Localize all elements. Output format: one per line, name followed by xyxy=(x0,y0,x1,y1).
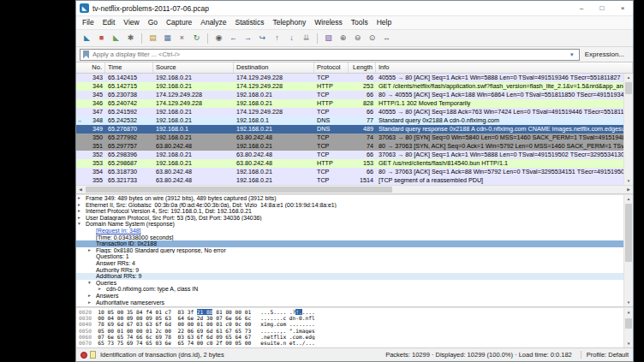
packet-row-344[interactable]: 34465.142715192.168.0.21174.129.249.228H… xyxy=(76,82,633,91)
restart-capture-icon[interactable]: ◣ xyxy=(110,32,122,45)
scroll-up-icon[interactable]: ▲ xyxy=(624,308,633,316)
zoom-100-icon[interactable]: ⊙ xyxy=(366,32,379,45)
go-to-packet-icon[interactable]: ↪ xyxy=(256,32,269,45)
reload-icon[interactable]: ↻ xyxy=(190,32,203,45)
start-capture-icon[interactable]: ◣ xyxy=(80,32,93,45)
vscroll-thumb[interactable] xyxy=(625,318,632,329)
packet-list-vscrollbar[interactable]: ▲▼ xyxy=(623,74,633,185)
colorize-icon[interactable]: ▨ xyxy=(322,32,335,45)
detail-row[interactable]: Answer RRs: 4 xyxy=(76,260,633,267)
scroll-up-icon[interactable]: ▲ xyxy=(624,195,633,203)
collapse-icon[interactable]: ▾ xyxy=(88,280,96,287)
packet-row-352[interactable]: 35265.298396192.168.0.2163.80.242.48TCP6… xyxy=(76,151,633,159)
detail-row[interactable]: Authority RRs: 9 xyxy=(76,267,633,274)
menu-item-tools[interactable]: Tools xyxy=(347,16,373,29)
detail-row[interactable]: ▸Flags: 0x8180 Standard query response, … xyxy=(76,247,633,254)
detail-row[interactable]: ▸Internet Protocol Version 4, Src: 192.1… xyxy=(76,208,633,215)
detail-row[interactable]: ▸Ethernet II, Src: Globalsc_00:3b:0a (f0… xyxy=(76,202,633,209)
scroll-left-icon[interactable]: ◀ xyxy=(76,186,85,193)
scroll-down-icon[interactable]: ▼ xyxy=(624,340,633,347)
column-header-time[interactable]: Time xyxy=(105,62,153,73)
hex-row-0070[interactable]: 0070 65 73 75 69 74 65 03 6e 65 74 00 c0… xyxy=(79,340,633,346)
hex-row-0040[interactable]: 0040 78 69 6d 67 03 63 6f 6d 00 00 01 00… xyxy=(79,321,633,327)
detail-row[interactable]: Transaction ID: 0x2188 xyxy=(76,240,633,247)
auto-scroll-icon[interactable]: ⇊ xyxy=(300,32,313,45)
stop-capture-icon[interactable]: ■ xyxy=(95,32,108,45)
filter-bookmark-icon[interactable] xyxy=(83,50,89,59)
close-file-icon[interactable]: × xyxy=(176,32,188,45)
column-header-info[interactable]: Info xyxy=(376,62,633,73)
maximize-button[interactable]: □ xyxy=(592,1,612,15)
packet-row-348[interactable]: →34865.242532192.168.0.21192.168.0.1DNS7… xyxy=(76,116,633,125)
resize-columns-icon[interactable]: ↔ xyxy=(380,32,393,45)
scroll-down-icon[interactable]: ▼ xyxy=(624,299,633,306)
hex-row-0030[interactable]: 0030 00 04 00 09 00 09 05 63 64 6e 2d 30… xyxy=(79,315,633,321)
expand-icon[interactable]: ▸ xyxy=(78,195,86,202)
expand-icon[interactable]: ▸ xyxy=(98,286,106,293)
column-header-no[interactable]: No. xyxy=(76,62,105,73)
display-filter-box[interactable]: ▼ xyxy=(80,49,580,61)
hex-row-0050[interactable]: 0050 05 00 01 00 00 01 2c 00 22 06 69 6d… xyxy=(79,328,633,334)
scroll-right-icon[interactable]: ▶ xyxy=(624,186,633,193)
close-button[interactable]: × xyxy=(612,1,633,15)
zoom-out-icon[interactable]: ⊖ xyxy=(351,32,364,45)
detail-row[interactable]: [Time: 0.034338000 seconds] xyxy=(76,234,633,241)
hscroll-thumb[interactable] xyxy=(86,187,392,193)
capture-options-icon[interactable]: ✱ xyxy=(124,32,137,45)
menu-item-go[interactable]: Go xyxy=(144,16,162,29)
menu-item-analyze[interactable]: Analyze xyxy=(196,16,230,29)
detail-row[interactable]: ▸Answers xyxy=(76,293,633,300)
detail-row[interactable]: [Request In: 348] xyxy=(76,228,633,234)
profile-selector[interactable]: Profile: Default xyxy=(581,351,629,359)
scroll-down-icon[interactable]: ▼ xyxy=(624,177,633,185)
first-packet-icon[interactable]: ↑ xyxy=(271,32,283,45)
menu-item-capture[interactable]: Capture xyxy=(162,16,196,29)
packet-row-351[interactable]: 35165.29775763.80.242.48192.168.0.21TCP7… xyxy=(76,142,633,151)
menu-item-wireless[interactable]: Wireless xyxy=(310,16,347,29)
hex-row-0020[interactable]: 0020 10 05 00 35 84 f4 01 c7 83 3f 21 88… xyxy=(79,309,633,315)
find-packet-icon[interactable]: ◉ xyxy=(212,32,225,45)
detail-row[interactable]: ▾Domain Name System (response) xyxy=(76,221,633,228)
expand-icon[interactable]: ▸ xyxy=(88,293,96,300)
hex-vscrollbar[interactable]: ▲▼ xyxy=(623,308,633,347)
expand-icon[interactable]: ▸ xyxy=(88,247,96,254)
packet-row-347[interactable]: 34765.241592192.168.0.21174.129.249.228T… xyxy=(76,108,633,116)
open-file-icon[interactable]: ▤ xyxy=(146,32,159,45)
column-header-len[interactable]: Length xyxy=(349,62,376,73)
menu-item-edit[interactable]: Edit xyxy=(98,16,120,29)
column-header-proto[interactable]: Protocol xyxy=(314,62,349,73)
packet-row-354[interactable]: 35465.31873063.80.242.48192.168.0.21TCP6… xyxy=(76,168,633,176)
menu-item-help[interactable]: Help xyxy=(373,16,396,29)
packet-row-346[interactable]: 34665.240742174.129.249.228192.168.0.21H… xyxy=(76,99,633,108)
zoom-in-icon[interactable]: ⊕ xyxy=(337,32,349,45)
column-header-dst[interactable]: Destination xyxy=(234,62,314,73)
detail-row[interactable]: ▸User Datagram Protocol, Src Port: 53 (5… xyxy=(76,215,633,222)
expand-icon[interactable]: ▸ xyxy=(78,208,86,215)
details-vscrollbar[interactable]: ▲▼ xyxy=(623,195,633,306)
go-back-icon[interactable]: ← xyxy=(227,32,240,45)
packet-row-345[interactable]: 34565.230738174.129.249.228192.168.0.21T… xyxy=(76,91,633,99)
collapse-icon[interactable]: ▾ xyxy=(78,221,86,228)
detail-row[interactable]: ▾Queries xyxy=(76,280,633,287)
capture-comment-icon[interactable] xyxy=(90,351,96,359)
last-packet-icon[interactable]: ↓ xyxy=(285,32,298,45)
menu-item-telephony[interactable]: Telephony xyxy=(269,16,311,29)
expand-icon[interactable]: ▸ xyxy=(78,202,86,209)
detail-row[interactable]: ▸cdn-0.nflximg.com: type A, class IN xyxy=(76,286,633,293)
hex-row-0060[interactable]: 0060 07 6e 65 74 66 6c 69 78 03 63 6f 6d… xyxy=(79,334,633,340)
detail-row[interactable]: Additional RRs: 9 xyxy=(76,273,633,280)
display-filter-input[interactable] xyxy=(92,50,568,58)
packet-list-hscrollbar[interactable]: ◀ ▶ xyxy=(76,185,633,193)
packet-row-353[interactable]: 35365.298687192.168.0.2163.80.242.48HTTP… xyxy=(76,159,633,168)
detail-row[interactable]: ▸Authoritative nameservers xyxy=(76,300,633,306)
menu-item-view[interactable]: View xyxy=(119,16,143,29)
expand-icon[interactable]: ▸ xyxy=(78,215,86,222)
vscroll-thumb[interactable] xyxy=(625,204,632,262)
expression-button[interactable]: Expression... xyxy=(580,50,629,58)
menu-item-statistics[interactable]: Statistics xyxy=(230,16,268,29)
detail-row[interactable]: Questions: 1 xyxy=(76,253,633,260)
expand-icon[interactable]: ▸ xyxy=(88,300,96,306)
go-forward-icon[interactable]: → xyxy=(242,32,254,45)
packet-row-350[interactable]: 35065.277992192.168.0.2163.80.242.48TCP7… xyxy=(76,134,633,142)
packet-row-343[interactable]: 34365.142415192.168.0.21174.129.249.228T… xyxy=(76,74,633,82)
